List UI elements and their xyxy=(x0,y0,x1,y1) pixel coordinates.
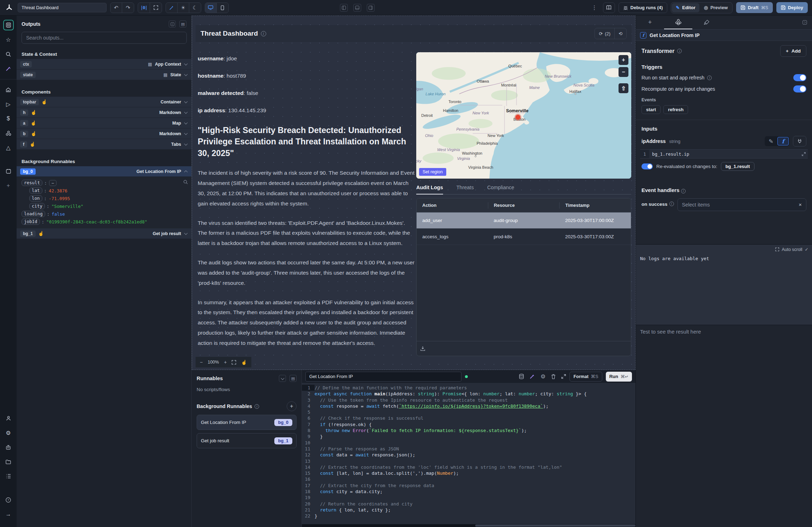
user-icon[interactable] xyxy=(3,413,14,424)
app-title-input[interactable] xyxy=(18,3,107,12)
table-row[interactable]: access_logsprod-k8s2025-03-30T17:03:00Z xyxy=(417,229,631,245)
panel-left-toggle-icon[interactable] xyxy=(340,4,348,12)
recompute-history-button[interactable]: ⟲ xyxy=(615,28,626,39)
draft-button[interactable]: Draft⌘S xyxy=(736,2,772,13)
refresh-app-button[interactable]: ⟳ (2) xyxy=(595,28,615,39)
run-on-start-toggle[interactable] xyxy=(793,74,806,81)
pan-hand-icon[interactable]: ☝ xyxy=(241,360,247,365)
static-pencil-icon[interactable]: ✎ xyxy=(765,137,777,145)
apps-icon[interactable] xyxy=(3,20,14,30)
json-row[interactable]: lat:42.3876 xyxy=(17,187,191,194)
recompute-toggle[interactable] xyxy=(793,85,806,92)
app-topbar-component[interactable]: Threat Dashboard i ⟳ (2) ⟲ xyxy=(196,25,632,42)
json-row[interactable]: result:− xyxy=(17,179,191,187)
component-row[interactable]: b☝Markdown xyxy=(17,128,191,139)
doc-list-icon[interactable]: ▤ xyxy=(179,20,186,28)
workers-robot-icon[interactable] xyxy=(3,442,14,453)
column-header[interactable]: Action xyxy=(417,202,488,209)
delete-trash-icon[interactable] xyxy=(551,374,556,379)
insert-component-tab[interactable]: + xyxy=(636,16,664,29)
zoom-in-icon[interactable]: + xyxy=(224,359,227,365)
code-editor[interactable]: 1// Define the main function with the re… xyxy=(302,383,635,524)
tab-compliance[interactable]: Compliance xyxy=(487,181,514,194)
docs-book-icon[interactable] xyxy=(603,2,615,13)
component-row[interactable]: f☝Tabs xyxy=(17,139,191,150)
component-row[interactable]: h☝Markdown xyxy=(17,107,191,118)
clear-select-icon[interactable]: × xyxy=(799,202,802,208)
expand-logs-icon[interactable] xyxy=(775,247,779,251)
format-button[interactable]: Format⌘S xyxy=(569,372,602,382)
grid-compact-icon[interactable]: |0| xyxy=(138,2,150,13)
bg0-output-row[interactable]: bg_0 Get Location From IP xyxy=(17,166,191,177)
deploy-button[interactable]: Deploy xyxy=(776,2,808,13)
reevaluate-toggle[interactable] xyxy=(641,163,653,169)
light-theme-icon[interactable]: ☀ xyxy=(178,2,189,13)
panel-bottom-toggle-icon[interactable] xyxy=(353,4,361,12)
column-header[interactable]: Resource xyxy=(488,202,560,209)
background-runnable-item[interactable]: Get job resultbg_1 xyxy=(197,433,297,448)
connect-plug-icon[interactable] xyxy=(793,136,806,146)
settings-gear-icon[interactable]: ⚙ xyxy=(3,427,14,438)
ai-assist-wand-icon[interactable] xyxy=(530,374,535,379)
map-zoom-out-button[interactable]: − xyxy=(619,67,628,77)
add-plus-icon[interactable]: + xyxy=(3,180,14,191)
column-header[interactable]: Timestamp xyxy=(559,202,631,209)
search-icon[interactable] xyxy=(3,49,14,59)
json-search-icon[interactable] xyxy=(183,180,188,184)
editor-settings-gear-icon[interactable]: ⚙ xyxy=(541,373,545,380)
json-row[interactable]: city:"Somerville" xyxy=(17,202,191,210)
background-runnable-item[interactable]: Get Location From IPbg_0 xyxy=(197,415,297,430)
map-zoom-in-button[interactable]: + xyxy=(619,55,628,65)
map-locate-button[interactable]: ⇧ xyxy=(619,83,628,93)
add-transformer-button[interactable]: + Add xyxy=(780,45,806,57)
debug-runs-button[interactable]: Debug runs (4) xyxy=(619,2,668,13)
expression-editor[interactable]: 1 bg_1.result.ip xyxy=(640,149,808,158)
outputs-search-input[interactable] xyxy=(22,32,187,44)
folders-icon[interactable] xyxy=(3,456,14,467)
reevaluate-target-pill[interactable]: bg_1.result xyxy=(721,162,754,171)
run-button[interactable]: Run⌘↵ xyxy=(606,372,632,382)
panel-right-toggle-icon[interactable] xyxy=(367,4,375,12)
calendar-icon[interactable] xyxy=(3,166,14,176)
tab-audit-logs[interactable]: Audit Logs xyxy=(416,181,443,194)
app-canvas[interactable]: Threat Dashboard i ⟳ (2) ⟲ username: jdo… xyxy=(192,16,635,370)
desktop-view-icon[interactable] xyxy=(205,2,217,13)
selected-runnable-header[interactable]: f Get Location From IP xyxy=(636,30,812,41)
component-row[interactable]: a☝Map xyxy=(17,118,191,128)
add-background-runnable-button[interactable]: + xyxy=(287,401,297,411)
collapse-sidebar-icon[interactable] xyxy=(798,16,812,29)
json-row[interactable]: lon:-71.0995 xyxy=(17,194,191,202)
collapse-rail-arrow-icon[interactable]: → xyxy=(3,509,14,520)
help-icon[interactable]: ? xyxy=(3,495,14,505)
magic-theme-icon[interactable] xyxy=(166,2,178,13)
database-icon[interactable] xyxy=(519,374,524,379)
markdown-component[interactable]: username: jdoehostname: host789malware d… xyxy=(198,55,414,358)
context-row[interactable]: state▤State xyxy=(17,70,191,80)
resources-group-icon[interactable] xyxy=(3,128,14,138)
expand-canvas-icon[interactable] xyxy=(150,2,162,13)
expr-function-icon[interactable]: f xyxy=(777,137,789,145)
settings-components-tab[interactable] xyxy=(664,16,692,29)
collapse-panel-icon[interactable] xyxy=(169,20,176,28)
download-icon[interactable] xyxy=(420,346,425,351)
doc-list-icon[interactable]: ▤ xyxy=(289,375,297,382)
logs-list-icon[interactable] xyxy=(3,471,14,481)
json-row[interactable]: loading:false xyxy=(17,210,191,218)
context-row[interactable]: ctx▤App Context xyxy=(17,59,191,70)
on-success-select[interactable]: Select items × xyxy=(677,198,806,211)
collapse-drawer-icon[interactable] xyxy=(279,375,286,382)
fit-view-icon[interactable] xyxy=(232,360,236,365)
component-row[interactable]: topbar☝Container xyxy=(17,97,191,107)
styling-brush-tab[interactable] xyxy=(692,16,721,29)
preview-tab[interactable]: ◎ Preview xyxy=(700,3,732,12)
dark-theme-icon[interactable]: ☾ xyxy=(189,2,201,13)
ai-wand-icon[interactable] xyxy=(3,63,14,74)
windmill-logo-icon[interactable] xyxy=(4,4,14,12)
horizontal-scrollbar[interactable] xyxy=(302,524,635,527)
variables-dollar-icon[interactable]: $ xyxy=(3,113,14,124)
tab-threats[interactable]: Threats xyxy=(456,181,474,194)
json-value[interactable]: − xyxy=(49,180,57,186)
zoom-out-icon[interactable]: − xyxy=(200,359,203,365)
bg1-output-row[interactable]: bg_1☝ Get job result xyxy=(17,228,191,239)
expand-editor-icon[interactable] xyxy=(561,374,566,379)
